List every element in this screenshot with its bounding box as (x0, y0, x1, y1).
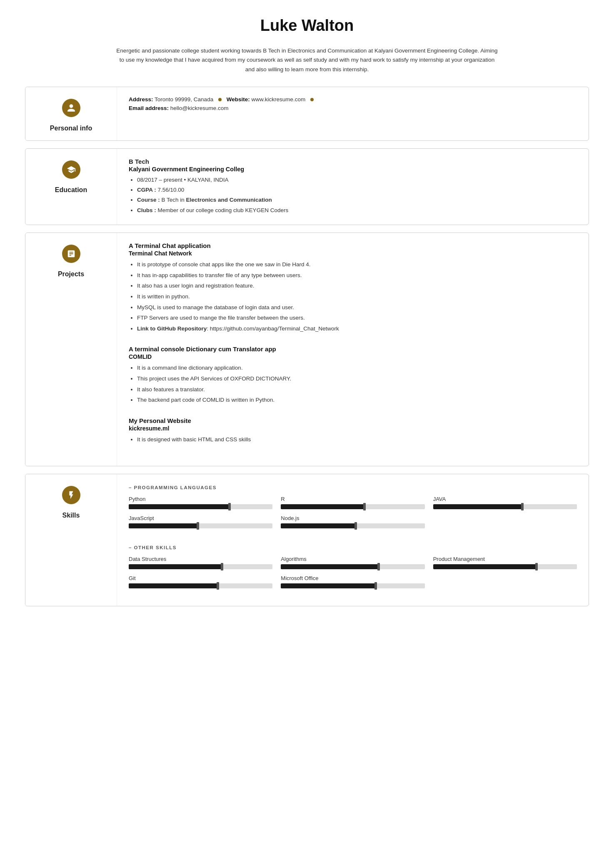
website-value: www.kickresume.com (251, 96, 305, 103)
skill-nodejs-marker (354, 522, 357, 530)
project-1-item-7: Link to GitHub Repository: https://githu… (137, 323, 577, 334)
course-label: Course : (137, 197, 160, 203)
skill-python: Python (129, 496, 272, 509)
skill-ms-name: Microsoft Office (281, 575, 424, 581)
github-label: Link to GitHub Repository (137, 325, 207, 332)
skill-r-marker (363, 503, 366, 510)
skill-java: JAVA (433, 496, 577, 509)
skills-content: – PROGRAMMING LANGUAGES Python R (117, 474, 589, 606)
project-1-list: It is prototype of console chat apps lik… (129, 259, 577, 334)
edu-item-2: Course : B Tech in Electronics and Commu… (137, 195, 577, 205)
project-2: A terminal console Dictionary cum Transl… (129, 345, 577, 405)
skill-java-fill (433, 504, 522, 509)
skill-nodejs-name: Node.js (281, 515, 424, 521)
projects-content: A Terminal Chat application Terminal Cha… (117, 233, 589, 466)
skill-python-bar (129, 504, 272, 509)
education-content: B Tech Kalyani Government Engineering Co… (117, 149, 589, 225)
skills-section: Skills – PROGRAMMING LANGUAGES Python R (25, 474, 589, 606)
skills-divider (129, 537, 577, 543)
project-1-item-4: It is written in python. (137, 291, 577, 302)
skill-pm-name: Product Management (433, 556, 577, 562)
skill-datastructures: Data Structures (129, 556, 272, 569)
skill-python-name: Python (129, 496, 272, 502)
skill-r-bar (281, 504, 424, 509)
education-icon (62, 160, 80, 179)
skill-java-name: JAVA (433, 496, 577, 502)
skill-algo-fill (281, 564, 379, 569)
skill-javascript-bar (129, 523, 272, 528)
project-1-item-1: It is prototype of console chat apps lik… (137, 259, 577, 270)
projects-label: Projects (25, 233, 117, 466)
skill-python-fill (129, 504, 230, 509)
edu-item-1: CGPA : 7.56/10.00 (137, 185, 577, 195)
education-section: Education B Tech Kalyani Government Engi… (25, 148, 589, 225)
project-3: My Personal Website kickresume.ml It is … (129, 417, 577, 445)
website-label: Website: (227, 96, 250, 103)
skill-javascript: JavaScript (129, 515, 272, 528)
resume-summary: Energetic and passionate college student… (115, 46, 499, 74)
project-1-item-6: FTP Servers are used to mange the file t… (137, 313, 577, 323)
programming-label: – PROGRAMMING LANGUAGES (129, 485, 577, 490)
skill-javascript-name: JavaScript (129, 515, 272, 521)
project-3-title: My Personal Website (129, 417, 577, 424)
skill-ms-marker (374, 582, 377, 590)
edu-list: 08/2017 – present • KALYANI, INDIA CGPA … (129, 175, 577, 215)
skills-section-title: Skills (62, 512, 80, 519)
project-1-item-5: MySQL is used to manage the database of … (137, 302, 577, 313)
skill-java-bar (433, 504, 577, 509)
other-skills-label: – OTHER SKILLS (129, 545, 577, 550)
edu-degree: B Tech (129, 158, 577, 165)
skill-pm-fill (433, 564, 537, 569)
project-1-title: A Terminal Chat application (129, 242, 577, 249)
project-3-subtitle: kickresume.ml (129, 425, 577, 432)
project-2-item-4: The backend part code of COMLID is writt… (137, 395, 577, 405)
resume-name: Luke Walton (25, 17, 589, 35)
project-3-item-1: It is designed with basic HTML and CSS s… (137, 434, 577, 445)
personal-info-section-title: Personal info (50, 125, 92, 132)
skill-javascript-marker (197, 522, 199, 530)
project-3-list: It is designed with basic HTML and CSS s… (129, 434, 577, 445)
address-value: Toronto 99999, Canada (155, 96, 213, 103)
skill-ms-fill (281, 583, 376, 588)
address-label: Address: (129, 96, 153, 103)
skill-ds-marker (221, 563, 223, 570)
skill-algorithms: Algorithms (281, 556, 424, 569)
skill-productmgmt: Product Management (433, 556, 577, 569)
projects-icon (62, 245, 80, 263)
skill-r-fill (281, 504, 364, 509)
edu-item-0: 08/2017 – present • KALYANI, INDIA (137, 175, 577, 185)
project-2-item-1: It is a command line dictionary applicat… (137, 363, 577, 373)
personal-address-line: Address: Toronto 99999, Canada Website: … (129, 96, 577, 103)
cgpa-value: 7.56/10.00 (158, 187, 185, 193)
skill-ds-name: Data Structures (129, 556, 272, 562)
project-2-subtitle: COMLID (129, 353, 577, 360)
project-1-item-3: It also has a user login and registratio… (137, 280, 577, 291)
edu-school: Kalyani Government Engineering Colleg (129, 166, 577, 173)
project-2-title: A terminal console Dictionary cum Transl… (129, 345, 577, 353)
project-1: A Terminal Chat application Terminal Cha… (129, 242, 577, 334)
edu-item-3: Clubs : Member of our college coding clu… (137, 205, 577, 215)
dot-separator-2 (310, 98, 314, 101)
skill-nodejs-bar (281, 523, 424, 528)
personal-info-icon (62, 99, 80, 117)
skill-javascript-fill (129, 523, 198, 528)
skill-git-fill (129, 583, 218, 588)
education-label: Education (25, 149, 117, 225)
project-1-item-2: It has in-app capabilities to transfer f… (137, 270, 577, 281)
projects-section: Projects A Terminal Chat application Ter… (25, 233, 589, 466)
skill-nodejs-fill (281, 523, 356, 528)
skill-git-bar (129, 583, 272, 588)
project-2-list: It is a command line dictionary applicat… (129, 363, 577, 405)
programming-skills-grid: Python R JAVA (129, 496, 577, 528)
skill-java-marker (521, 503, 524, 510)
email-value: hello@kickresume.com (170, 105, 229, 111)
skill-algo-marker (377, 563, 380, 570)
course-name: Electronics and Communication (186, 197, 272, 203)
skills-icon (62, 486, 80, 504)
project-2-item-2: This project uses the API Services of OX… (137, 373, 577, 384)
education-section-title: Education (55, 186, 87, 194)
personal-info-content: Address: Toronto 99999, Canada Website: … (117, 87, 589, 140)
personal-email-line: Email address: hello@kickresume.com (129, 105, 577, 111)
skill-nodejs: Node.js (281, 515, 424, 528)
skill-pm-marker (535, 563, 538, 570)
